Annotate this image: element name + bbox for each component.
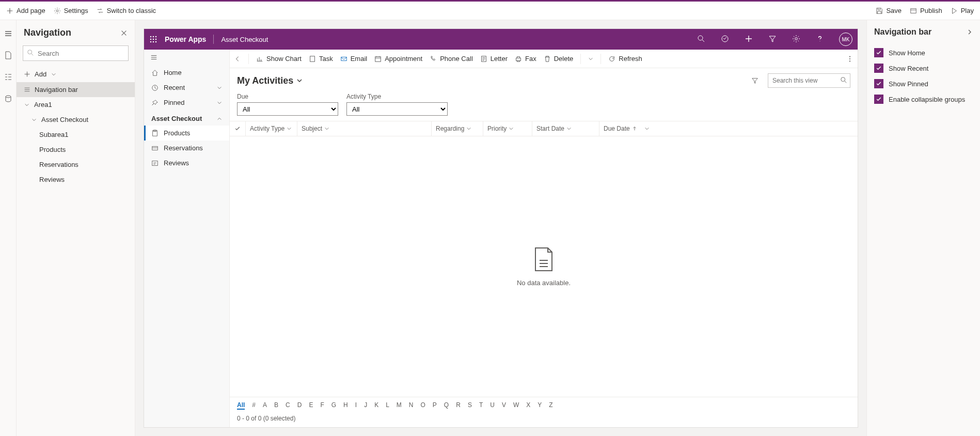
chevron-down-icon[interactable] [588,56,593,61]
sidebar-reviews[interactable]: Reviews [144,155,229,170]
col-start-date[interactable]: Start Date [532,121,599,136]
alpha-#[interactable]: # [252,401,256,410]
alpha-c[interactable]: C [286,401,290,410]
alpha-m[interactable]: M [397,401,402,410]
due-select[interactable]: All [237,102,338,116]
select-all-checkbox[interactable] [230,121,245,136]
alpha-u[interactable]: U [490,401,495,410]
refresh-button[interactable]: Refresh [608,55,642,63]
alpha-f[interactable]: F [320,401,324,410]
tree-subarea1[interactable]: Subarea1 [17,127,135,142]
view-search-input[interactable] [768,73,850,88]
alpha-q[interactable]: Q [444,401,449,410]
avatar[interactable]: MK [839,33,852,46]
play-button[interactable]: Play [951,7,974,14]
show-recent-checkbox[interactable]: Show Recent [874,60,973,76]
alpha-a[interactable]: A [263,401,267,410]
alpha-x[interactable]: X [526,401,530,410]
back-button[interactable] [234,55,241,63]
alpha-i[interactable]: I [355,401,357,410]
alpha-h[interactable]: H [343,401,348,410]
chevron-right-icon[interactable] [967,29,973,35]
waffle-icon[interactable] [149,35,157,43]
alpha-p[interactable]: P [433,401,437,410]
filter-icon[interactable] [751,77,758,84]
alpha-z[interactable]: Z [549,401,552,410]
letter-button[interactable]: Letter [480,55,508,63]
alpha-l[interactable]: L [386,401,389,410]
task-button[interactable]: Task [309,55,333,63]
filter-icon[interactable] [768,35,778,44]
alpha-r[interactable]: R [456,401,461,410]
phone-call-button[interactable]: Phone Call [430,55,473,63]
tree-reviews[interactable]: Reviews [17,172,135,187]
hamburger-icon[interactable] [4,29,12,38]
email-button[interactable]: Email [340,55,368,63]
gear-icon[interactable] [792,35,801,44]
nav-tree: Navigation bar Area1 Asset Checkout Suba… [17,82,135,436]
sidebar-pinned[interactable]: Pinned [144,95,229,110]
alpha-n[interactable]: N [409,401,414,410]
data-icon[interactable] [4,95,12,103]
alpha-w[interactable]: W [513,401,519,410]
col-activity-type[interactable]: Activity Type [245,121,297,136]
activity-type-select[interactable]: All [346,102,448,116]
hamburger-icon[interactable] [144,50,229,65]
nav-search-input[interactable] [23,45,129,61]
col-priority[interactable]: Priority [483,121,532,136]
col-due-date[interactable]: Due Date [599,121,858,136]
sidebar-label: Reviews [164,159,189,167]
tree-navigation-bar[interactable]: Navigation bar [17,82,135,97]
more-icon[interactable] [846,55,853,63]
alpha-t[interactable]: T [479,401,483,410]
sidebar-recent[interactable]: Recent [144,80,229,95]
show-chart-button[interactable]: Show Chart [256,55,302,63]
tree-area1[interactable]: Area1 [17,97,135,112]
alpha-v[interactable]: V [502,401,506,410]
save-button[interactable]: Save [876,7,902,14]
alpha-b[interactable]: B [274,401,278,410]
alpha-e[interactable]: E [309,401,313,410]
search-icon[interactable] [697,35,706,44]
show-home-checkbox[interactable]: Show Home [874,45,973,60]
page-icon[interactable] [4,51,12,59]
plus-icon[interactable] [745,35,754,44]
sidebar-products[interactable]: Products [144,126,229,141]
sidebar-group-asset-checkout[interactable]: Asset Checkout [144,110,229,126]
view-selector[interactable]: My Activities [237,75,303,86]
close-icon[interactable] [120,29,128,37]
add-page-button[interactable]: Add page [6,7,45,14]
publish-button[interactable]: Publish [910,7,942,14]
tree-reservations[interactable]: Reservations [17,157,135,172]
switch-classic-button[interactable]: Switch to classic [97,7,156,14]
settings-button[interactable]: Settings [54,7,88,14]
enable-collapsible-checkbox[interactable]: Enable collapsible groups [874,91,973,107]
sidebar-reservations[interactable]: Reservations [144,141,229,155]
tree-asset-checkout[interactable]: Asset Checkout [17,112,135,127]
tree-icon[interactable] [4,73,12,81]
target-icon[interactable] [721,35,730,44]
alpha-y[interactable]: Y [538,401,542,410]
activity-type-label: Activity Type [346,93,448,100]
alpha-k[interactable]: K [374,401,378,410]
tree-label: Reviews [39,176,65,183]
show-pinned-checkbox[interactable]: Show Pinned [874,76,973,91]
help-icon[interactable] [816,35,825,44]
alpha-d[interactable]: D [297,401,302,410]
add-button[interactable]: Add [17,66,135,82]
alpha-j[interactable]: J [364,401,367,410]
delete-button[interactable]: Delete [544,55,574,63]
fax-button[interactable]: Fax [515,55,536,63]
alpha-o[interactable]: O [421,401,425,410]
alpha-all[interactable]: All [237,401,245,410]
tree-products[interactable]: Products [17,142,135,157]
col-subject[interactable]: Subject [297,121,431,136]
appointment-button[interactable]: Appointment [374,55,422,63]
sidebar-home[interactable]: Home [144,65,229,80]
col-regarding[interactable]: Regarding [431,121,483,136]
alpha-s[interactable]: S [468,401,472,410]
chevron-down-icon [217,100,222,105]
alpha-g[interactable]: G [331,401,336,410]
svg-point-26 [849,56,850,57]
letter-icon [480,55,487,63]
